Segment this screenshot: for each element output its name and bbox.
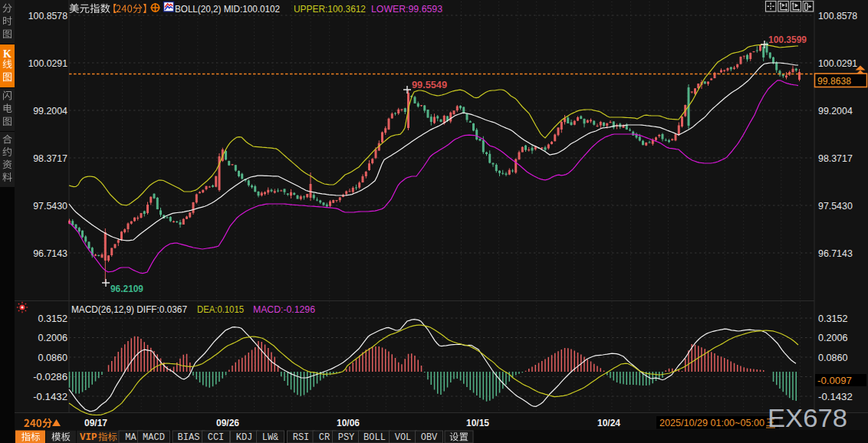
- svg-text:0.0860: 0.0860: [818, 352, 847, 363]
- svg-text:BIAS: BIAS: [178, 432, 200, 443]
- svg-text:LOWER:99.6593: LOWER:99.6593: [371, 3, 442, 15]
- svg-text:100.8578: 100.8578: [28, 10, 67, 21]
- svg-text:BOLL(20,2) MID:100.0102: BOLL(20,2) MID:100.0102: [175, 3, 280, 15]
- svg-text:10/06: 10/06: [337, 417, 360, 428]
- svg-text:10/15: 10/15: [466, 417, 489, 428]
- svg-text:0.0860: 0.0860: [38, 352, 67, 363]
- svg-text:KDJ: KDJ: [236, 432, 253, 443]
- svg-text:LW&: LW&: [262, 432, 279, 443]
- svg-text:10/24: 10/24: [597, 417, 620, 428]
- svg-text:-0.1432: -0.1432: [33, 391, 67, 402]
- svg-text:BOLL: BOLL: [363, 432, 386, 443]
- svg-text:MACD(26,12,9) DIFF:0.0367: MACD(26,12,9) DIFF:0.0367: [71, 304, 187, 315]
- svg-text:UPPER:100.3612: UPPER:100.3612: [294, 3, 366, 15]
- svg-text:96.2109: 96.2109: [110, 283, 143, 294]
- svg-text:09/17: 09/17: [84, 417, 107, 428]
- svg-text:99.2004: 99.2004: [33, 105, 67, 116]
- svg-text:MACD: MACD: [143, 432, 165, 443]
- svg-text:-0.1432: -0.1432: [818, 391, 853, 402]
- svg-text:PSY: PSY: [338, 432, 355, 443]
- svg-text:97.5430: 97.5430: [33, 200, 67, 212]
- svg-text:EX678: EX678: [768, 403, 847, 432]
- svg-text:97.5430: 97.5430: [818, 200, 853, 212]
- svg-text:100.0291: 100.0291: [28, 57, 67, 69]
- svg-text:0.2006: 0.2006: [38, 332, 67, 343]
- svg-text:MA: MA: [125, 432, 136, 443]
- svg-text:99.2004: 99.2004: [818, 105, 853, 116]
- svg-text:09/26: 09/26: [216, 417, 239, 428]
- svg-text:MACD:-0.1296: MACD:-0.1296: [253, 304, 315, 315]
- svg-text:96.7143: 96.7143: [33, 248, 67, 259]
- svg-text:OBV: OBV: [421, 432, 438, 443]
- svg-text:0.3152: 0.3152: [818, 313, 847, 324]
- svg-text:100.0291: 100.0291: [818, 57, 857, 69]
- svg-text:96.7143: 96.7143: [818, 248, 853, 259]
- svg-text:100.8578: 100.8578: [818, 10, 857, 21]
- svg-text:VIP: VIP: [80, 432, 97, 443]
- svg-text:98.3717: 98.3717: [33, 153, 67, 164]
- svg-text:DEA:0.1015: DEA:0.1015: [197, 304, 244, 315]
- svg-text:99.5549: 99.5549: [412, 79, 447, 90]
- svg-text:98.3717: 98.3717: [818, 153, 853, 164]
- svg-text:0.2006: 0.2006: [818, 332, 847, 343]
- svg-text:CR: CR: [319, 432, 330, 443]
- svg-text:2025/10/29 01:00~05:00: 2025/10/29 01:00~05:00: [659, 417, 764, 428]
- svg-text:-0.0097: -0.0097: [817, 375, 852, 386]
- svg-text:-0.0286: -0.0286: [33, 371, 67, 382]
- svg-text:100.3599: 100.3599: [768, 34, 807, 45]
- svg-text:K: K: [3, 48, 12, 60]
- svg-text:VOL: VOL: [395, 432, 412, 443]
- svg-text:RSI: RSI: [293, 432, 310, 443]
- svg-text:CCI: CCI: [208, 432, 225, 443]
- svg-text:0.3152: 0.3152: [38, 313, 67, 324]
- svg-text:99.8638: 99.8638: [817, 75, 851, 87]
